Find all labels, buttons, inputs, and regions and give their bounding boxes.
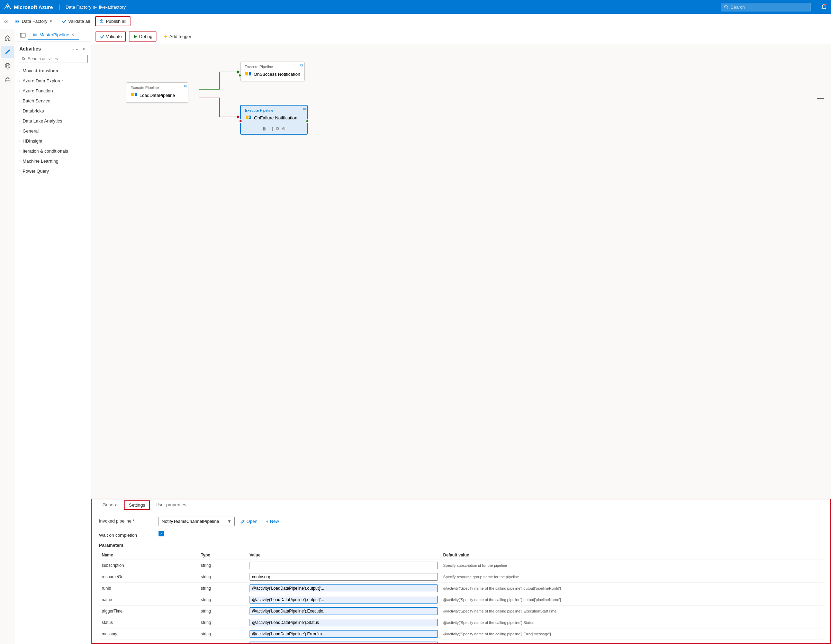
delete-action[interactable]: 🗑 [262, 126, 266, 131]
activities-search[interactable] [19, 55, 88, 63]
param-name: name [99, 594, 198, 606]
settings-panel: General Settings User properties Invoked… [91, 499, 831, 644]
param-value[interactable] [247, 640, 440, 644]
param-value-input[interactable] [250, 596, 438, 604]
activity-item[interactable]: › General [15, 126, 91, 136]
param-value[interactable] [247, 594, 440, 606]
load-data-link[interactable]: ⧉ [184, 84, 186, 88]
on-success-link[interactable]: ⧉ [301, 63, 303, 67]
nav-app[interactable]: Data Factory [65, 5, 91, 10]
param-value[interactable] [247, 560, 440, 571]
svg-marker-1 [6, 6, 9, 9]
activity-item[interactable]: › Azure Function [15, 86, 91, 96]
open-button[interactable]: Open [237, 517, 260, 525]
monitor-icon-btn[interactable] [2, 59, 14, 72]
on-failure-node[interactable]: Execute Pipeline OnFailure Notification … [240, 105, 308, 135]
activity-item[interactable]: › Databricks [15, 106, 91, 116]
param-default: @activity('Specify name of the calling p… [441, 594, 823, 606]
param-value[interactable] [247, 617, 440, 628]
validate-button[interactable]: Validate [96, 32, 126, 41]
activity-item[interactable]: › HDInsight [15, 136, 91, 146]
load-data-node[interactable]: Execute Pipeline LoadDataPipeline ⧉ [126, 83, 188, 103]
activity-item[interactable]: › Data Lake Analytics [15, 116, 91, 126]
copy-action[interactable]: ⧉ [276, 126, 279, 131]
param-value-input[interactable] [250, 607, 438, 615]
edit-icon [5, 49, 11, 55]
validate-all-button[interactable]: Validate all [58, 17, 94, 26]
param-type: string [198, 617, 247, 628]
required-marker: * [133, 518, 135, 523]
param-value[interactable] [247, 571, 440, 583]
nav-factory[interactable]: live-adfactory [99, 5, 126, 10]
param-type: string [198, 606, 247, 617]
publish-icon [99, 19, 104, 24]
param-value[interactable] [247, 628, 440, 640]
tab-close-btn[interactable]: ✕ [71, 33, 75, 37]
tab-bar: MasterPipeline ✕ [15, 29, 91, 41]
pipeline-dropdown[interactable]: NotifyTeamsChannelPipeline ▼ [159, 517, 235, 526]
notification-icon[interactable] [821, 3, 827, 11]
param-value-input[interactable] [250, 585, 438, 592]
svg-rect-17 [35, 33, 37, 37]
param-value-input[interactable] [250, 619, 438, 627]
activity-item[interactable]: › Power Query [15, 166, 91, 176]
top-navigation: Microsoft Azure | Data Factory ▶ live-ad… [0, 0, 831, 14]
manage-icon-btn[interactable] [2, 73, 14, 86]
wait-completion-control: ✓ [159, 531, 823, 536]
activities-collapse-btn[interactable]: ⌄⌄ [70, 45, 80, 52]
param-name: triggerTime [99, 606, 198, 617]
toolbox-icon [5, 76, 11, 83]
debug-button[interactable]: Debug [129, 32, 156, 41]
load-data-icon [131, 91, 137, 100]
param-value-input[interactable] [250, 573, 438, 581]
data-factory-button[interactable]: Data Factory ▼ [11, 17, 56, 26]
activity-chevron: › [19, 129, 21, 133]
tab-bar-expand[interactable] [18, 30, 28, 40]
add-trigger-button[interactable]: Add trigger [159, 32, 195, 41]
bell-icon [821, 3, 827, 10]
col-value: Value [247, 550, 440, 560]
param-value[interactable] [247, 583, 440, 594]
param-name: runId [99, 583, 198, 594]
on-failure-link[interactable]: ⧉ [303, 107, 306, 111]
dropdown-arrow-icon: ▼ [227, 519, 232, 524]
panels-icon [20, 33, 25, 38]
svg-rect-22 [131, 93, 134, 96]
activities-expand-btn[interactable]: ‹‹ [81, 45, 87, 52]
param-name: subscription [99, 560, 198, 571]
plus-icon: + [266, 519, 269, 524]
param-value-input[interactable] [250, 642, 438, 643]
activity-chevron: › [19, 119, 21, 123]
main-layout: MasterPipeline ✕ Activities ⌄⌄ ‹‹ › Move… [0, 29, 831, 644]
expand-action[interactable]: ⊕ [282, 126, 285, 131]
activity-chevron: › [19, 139, 21, 143]
tab-general[interactable]: General [98, 499, 123, 511]
param-value-input[interactable] [250, 630, 438, 638]
code-action[interactable]: { } [269, 126, 273, 131]
param-value[interactable] [247, 606, 440, 617]
activity-item[interactable]: › Azure Data Explorer [15, 76, 91, 86]
home-icon [5, 35, 11, 41]
publish-all-button[interactable]: Publish all [95, 16, 131, 26]
activity-label: Power Query [22, 169, 49, 174]
activity-item[interactable]: › Move & transform [15, 66, 91, 76]
activity-chevron: › [19, 79, 21, 83]
collapse-button[interactable]: ‹‹ [3, 17, 10, 26]
wait-completion-checkbox[interactable]: ✓ [159, 531, 164, 536]
activity-item[interactable]: › Batch Service [15, 96, 91, 106]
home-icon-btn[interactable] [2, 32, 14, 44]
param-type: string [198, 640, 247, 644]
on-success-node[interactable]: Execute Pipeline OnSuccess Notification … [240, 62, 304, 81]
search-bar[interactable] [721, 3, 811, 11]
minimize-bar[interactable] [817, 98, 824, 99]
tab-user-properties[interactable]: User properties [151, 499, 191, 511]
new-button[interactable]: + New [263, 517, 282, 526]
search-input[interactable] [731, 5, 801, 10]
activity-item[interactable]: › Machine Learning [15, 156, 91, 166]
pencil-icon-btn[interactable] [2, 46, 14, 58]
activity-item[interactable]: › Iteration & conditionals [15, 146, 91, 156]
activities-search-input[interactable] [28, 56, 84, 61]
param-value-input[interactable] [250, 561, 438, 569]
tab-settings[interactable]: Settings [124, 500, 150, 510]
master-pipeline-tab[interactable]: MasterPipeline ✕ [28, 30, 79, 40]
